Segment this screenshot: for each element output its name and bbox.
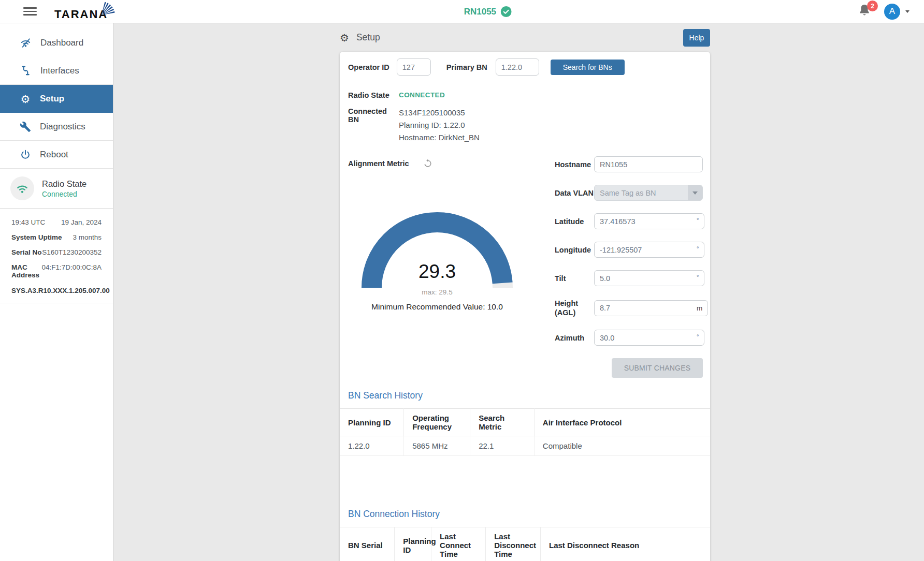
connected-bn-hostname: Hostname: DirkNet_BN [399, 131, 480, 143]
device-title-group: RN1055 [464, 0, 512, 23]
main-content: ⚙ Setup Help Operator ID Primary BN Sear… [113, 23, 924, 561]
bn-connection-history-section: BN Connection History BN Serial Planning… [340, 509, 710, 561]
field-longitude: Longitude ° [555, 242, 703, 258]
mac-value: 04:F1:7D:00:0C:8A [41, 263, 102, 279]
table-header-row: Planning ID Operating Frequency Search M… [340, 409, 710, 436]
field-azimuth: Azimuth ° [555, 330, 703, 346]
sidebar-item-label: Interfaces [40, 66, 79, 76]
bn-search-history-title: BN Search History [340, 390, 710, 401]
data-vlan-label: Data VLAN [555, 188, 594, 198]
field-height-agl: Height (AGL) m [555, 299, 703, 317]
sidebar-item-reboot[interactable]: Reboot [0, 141, 113, 169]
help-button[interactable]: Help [683, 29, 710, 47]
data-vlan-value: Same Tag as BN [595, 189, 688, 197]
radio-state-label: Radio State [42, 179, 86, 189]
meters-suffix: m [697, 304, 702, 312]
sidebar: Dashboard Interfaces ⚙ Setup Diagnostics [0, 23, 113, 561]
field-hostname: Hostname [555, 156, 703, 172]
table-row: 1.22.0 5865 MHz 22.1 Compatible [340, 436, 710, 456]
menu-line [23, 14, 37, 16]
sidebar-item-dashboard[interactable]: Dashboard [0, 28, 113, 57]
bn-search-history-section: BN Search History Planning ID Operating … [340, 390, 710, 496]
tilt-label: Tilt [555, 274, 594, 283]
tarana-logo: TARANA [54, 3, 108, 20]
column-header: Air Interface Protocol [534, 409, 710, 436]
bn-connection-history-table: BN Serial Planning ID Last Connect Time … [340, 527, 710, 561]
sidebar-item-label: Reboot [40, 150, 68, 160]
height-agl-input[interactable] [600, 304, 697, 312]
search-for-bns-button[interactable]: Search for BNs [551, 60, 625, 75]
alignment-gauge: 29.3 max: 29.5 [362, 212, 513, 290]
topbar: TARANA RN1055 [0, 0, 924, 23]
power-icon [20, 149, 31, 160]
gauge-max-label: max: 29.5 [362, 288, 513, 296]
degree-suffix: ° [697, 333, 699, 339]
column-header: Last Disconnect Time [486, 527, 541, 561]
hostname-input[interactable] [600, 160, 697, 169]
column-header: BN Serial [340, 527, 395, 561]
select-caret-box [688, 185, 702, 200]
primary-bn-label: Primary BN [446, 63, 487, 71]
radio-state-panel: Radio State Connected [0, 169, 113, 209]
brand-wordmark: TARANA [54, 3, 108, 20]
chevron-down-icon [905, 10, 909, 13]
hostname-label: Hostname [555, 160, 594, 169]
sidebar-item-label: Dashboard [40, 38, 83, 48]
submit-changes-button[interactable]: SUBMIT CHANGES [612, 358, 703, 378]
info-row-uptime: System Uptime 3 months [0, 230, 113, 245]
refresh-icon [423, 158, 433, 169]
alignment-metric-label: Alignment Metric [348, 159, 409, 168]
user-menu[interactable]: A [884, 4, 909, 20]
bn-search-row: Operator ID Primary BN Search for BNs [348, 58, 702, 76]
azimuth-input[interactable] [600, 334, 697, 342]
radio-state-value: CONNECTED [399, 91, 445, 99]
sidebar-item-diagnostics[interactable]: Diagnostics [0, 113, 113, 141]
sidebar-item-interfaces[interactable]: Interfaces [0, 57, 113, 85]
data-vlan-select[interactable]: Same Tag as BN [594, 185, 703, 201]
operator-id-input[interactable] [397, 58, 431, 76]
interfaces-cable-icon [20, 65, 32, 77]
connected-bn-label: Connected BN [348, 107, 399, 144]
uptime-value: 3 months [73, 233, 102, 241]
chevron-down-icon [692, 191, 698, 195]
gear-icon: ⚙ [340, 33, 349, 43]
cell-planning-id: 1.22.0 [340, 436, 404, 456]
bn-search-history-table: Planning ID Operating Frequency Search M… [340, 408, 710, 456]
column-header: Last Connect Time [431, 527, 486, 561]
degree-suffix: ° [697, 217, 699, 223]
connected-bn-planning-id: Planning ID: 1.22.0 [399, 119, 480, 131]
longitude-input[interactable] [600, 246, 697, 254]
wifi-icon [16, 182, 29, 195]
radio-state-value: Connected [42, 190, 86, 198]
date-value: 19 Jan, 2024 [61, 218, 102, 226]
time-value: 19:43 UTC [11, 218, 45, 226]
refresh-button[interactable] [423, 158, 433, 169]
device-title: RN1055 [464, 7, 496, 17]
bn-connection-history-title: BN Connection History [340, 509, 710, 520]
column-header: Planning ID [340, 409, 404, 436]
gauge-min-recommended: Minimum Recommended Value: 10.0 [362, 302, 513, 312]
latitude-input[interactable] [600, 217, 697, 226]
sidebar-item-setup[interactable]: ⚙ Setup [0, 85, 113, 113]
tilt-input[interactable] [600, 274, 697, 283]
operator-id-label: Operator ID [348, 63, 389, 71]
cell-air-interface-protocol: Compatible [534, 436, 710, 456]
table-empty-area [340, 456, 710, 496]
field-latitude: Latitude ° [555, 213, 703, 229]
column-header: Search Metric [470, 409, 535, 436]
connected-bn-serial: S134F1205100035 [399, 107, 480, 119]
menu-line [23, 11, 37, 12]
menu-button[interactable] [23, 5, 37, 18]
longitude-label: Longitude [555, 245, 594, 255]
column-header: Planning ID [395, 527, 431, 561]
avatar: A [884, 4, 900, 20]
page-title: Setup [356, 32, 380, 43]
latitude-label: Latitude [555, 217, 594, 226]
device-info-list: 19:43 UTC 19 Jan, 2024 System Uptime 3 m… [0, 209, 113, 303]
cell-operating-frequency: 5865 MHz [404, 436, 470, 456]
azimuth-label: Azimuth [555, 333, 594, 343]
wrench-icon [20, 121, 31, 132]
primary-bn-input[interactable] [496, 58, 539, 76]
notifications-button[interactable]: 2 [857, 3, 872, 20]
sidebar-item-label: Setup [40, 94, 64, 104]
